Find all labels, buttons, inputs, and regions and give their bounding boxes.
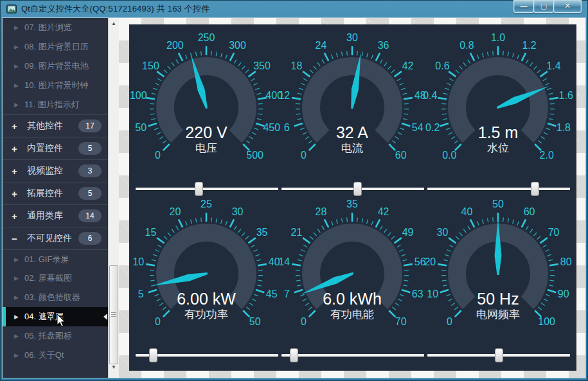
collapse-icon: − [12,233,22,244]
svg-text:100: 100 [538,316,555,327]
svg-text:10: 10 [132,256,144,267]
sidebar-item-7[interactable]: +视频监控3 [3,159,108,182]
sidebar-item-9[interactable]: +通用类库14 [3,204,108,227]
maximize-button[interactable]: ▢ [533,0,554,13]
sidebar-item-10[interactable]: −不可见控件6 [3,227,108,249]
sidebar-scrollbar[interactable]: ▲ ▼ [108,18,119,378]
slider-handle[interactable] [531,182,539,196]
svg-text:0.4: 0.4 [423,90,437,101]
svg-text:0.8: 0.8 [459,40,474,51]
sidebar-item-label: 06. 关于Qt [24,350,64,361]
sidebar-item-3[interactable]: ▶10. 图片背景时钟 [3,76,108,95]
svg-text:30: 30 [437,227,449,238]
gauge-title: 有功电能 [330,308,374,321]
content-area: 050100150200250300350400450500220 V电压061… [119,18,585,378]
svg-text:15: 15 [145,227,157,238]
gauge-value: 32 A [336,123,368,141]
slider-handle[interactable] [149,348,157,362]
svg-text:0: 0 [447,316,452,327]
svg-text:70: 70 [395,316,407,327]
slider-handle[interactable] [495,348,503,362]
slider-track[interactable] [281,188,424,190]
sidebar-item-1[interactable]: ▶08. 图片背景日历 [3,37,108,57]
svg-text:50: 50 [492,199,504,209]
slider-voltage[interactable] [136,182,278,196]
branch-arrow-icon: ▶ [14,256,23,263]
sidebar-item-8[interactable]: +拓展控件5 [3,182,108,204]
count-badge: 14 [78,209,102,222]
sidebar-item-13[interactable]: ▶03. 颜色拾取器 [3,288,108,307]
app-icon [6,4,17,14]
sidebar-item-15[interactable]: ▶05. 托盘图标 [3,326,108,346]
svg-text:500: 500 [246,150,263,161]
count-badge: 5 [78,187,102,200]
minimize-button[interactable]: — [513,0,534,13]
slider-track[interactable] [281,354,424,357]
gauge-title: 有功功率 [184,308,228,321]
svg-text:0.6: 0.6 [435,60,449,71]
svg-text:0: 0 [301,150,307,161]
slider-track[interactable] [136,188,278,190]
svg-text:1.0: 1.0 [491,32,505,43]
sidebar-item-16[interactable]: ▶06. 关于Qt [3,346,108,365]
svg-text:21: 21 [291,227,303,238]
window-controls: — ▢ ✕ [514,0,582,13]
slider-track[interactable] [427,188,570,190]
gauge-active-energy: 071421283542495663706.0 kWh有功电能 [278,191,427,352]
svg-text:300: 300 [229,40,246,51]
gauge-title: 电流 [341,142,363,154]
sidebar-item-2[interactable]: ▶09. 图片背景电池 [3,57,108,76]
svg-text:1.8: 1.8 [557,122,571,133]
sidebar-item-label: 01. GIF录屏 [24,254,69,265]
gauge-value: 220 V [185,123,227,141]
sidebar-item-label: 11. 图片指示灯 [24,99,80,111]
scrollbar-thumb[interactable] [109,265,118,364]
slider-active-energy[interactable] [281,348,424,362]
svg-text:5: 5 [138,288,144,299]
count-badge: 3 [78,164,102,177]
svg-text:45: 45 [266,288,278,299]
svg-text:0: 0 [155,316,161,327]
gauge-value: 1.5 m [478,123,519,141]
expand-icon: + [12,121,22,132]
slider-grid-frequency[interactable] [427,348,570,362]
gauge-panel: 050100150200250300350400450500220 V电压061… [129,24,576,371]
svg-text:70: 70 [548,227,560,238]
branch-arrow-icon: ▶ [14,352,23,359]
sidebar-item-label: 07. 图片浏览 [24,22,72,33]
app-window: Qt自定义控件大全(QQ:517216493) 共 163 个控件 — ▢ ✕ … [0,0,588,381]
sidebar-item-12[interactable]: ▶02. 屏幕截图 [3,269,108,288]
scroll-up-icon[interactable]: ▲ [109,18,119,29]
slider-active-power[interactable] [136,348,278,362]
close-button[interactable]: ✕ [553,0,582,13]
sidebar-tree: ▶07. 图片浏览▶08. 图片背景日历▶09. 图片背景电池▶10. 图片背景… [3,18,108,378]
count-badge: 5 [78,142,102,155]
sidebar-item-label: 09. 图片背景电池 [24,60,89,72]
sidebar-item-label: 08. 图片背景日历 [24,41,89,53]
slider-handle[interactable] [290,348,298,362]
branch-arrow-icon: ▶ [14,44,23,50]
count-badge: 17 [78,120,102,132]
expand-icon: + [12,143,22,154]
scroll-down-icon[interactable]: ▼ [109,362,119,373]
sidebar-item-14[interactable]: ▶04. 遮罩层 [3,307,108,326]
sidebar-item-0[interactable]: ▶07. 图片浏览 [3,18,108,37]
sidebar-item-5[interactable]: +其他控件17 [3,114,108,137]
branch-arrow-icon: ▶ [14,24,23,31]
sidebar-item-11[interactable]: ▶01. GIF录屏 [3,249,108,269]
sidebar-item-6[interactable]: +内置控件5 [3,137,108,159]
branch-arrow-icon: ▶ [14,314,23,320]
slider-handle[interactable] [353,182,362,196]
svg-text:0.0: 0.0 [442,150,456,161]
slider-water-level[interactable] [427,182,570,196]
sidebar-category-label: 通用类库 [27,210,78,222]
sidebar-item-label: 04. 遮罩层 [24,311,64,323]
slider-handle[interactable] [195,182,203,196]
slider-current[interactable] [281,182,424,196]
sidebar-item-4[interactable]: ▶11. 图片指示灯 [3,95,108,114]
svg-text:1.4: 1.4 [546,60,560,71]
gauge-title: 电网频率 [476,308,520,321]
svg-text:0.2: 0.2 [425,122,440,133]
svg-text:14: 14 [278,256,290,267]
branch-arrow-icon: ▶ [14,102,23,108]
